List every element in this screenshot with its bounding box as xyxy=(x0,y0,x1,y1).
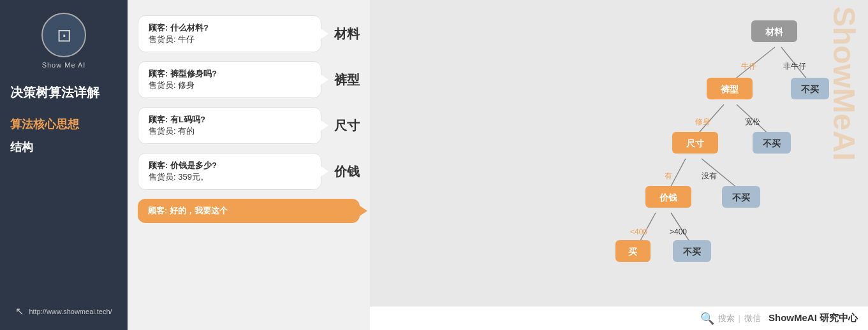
bottom-bar: 🔍 搜索 | 微信 ShowMeAI 研究中心 xyxy=(370,306,868,330)
brand-text: ShowMeAI 研究中心 xyxy=(769,312,858,324)
dialogue-bubble-size: 顾客: 有L码吗?售货员: 有的 xyxy=(138,107,321,144)
tree-svg: 牛仔 非牛仔 修身 宽松 有 没有 <400 >400 材料 裤型 不买 尺寸 … xyxy=(370,0,868,330)
customer-text: 顾客: 裤型修身吗? xyxy=(149,68,311,80)
svg-text:裤型: 裤型 xyxy=(720,84,739,94)
sidebar-section: 结构 xyxy=(10,140,117,155)
seller-text: 售货员: 有的 xyxy=(149,126,311,137)
svg-text:不买: 不买 xyxy=(762,138,781,148)
svg-text:非牛仔: 非牛仔 xyxy=(783,62,806,71)
dialogue-row-pants-type: 顾客: 裤型修身吗?售货员: 修身裤型 xyxy=(138,61,360,98)
logo-circle: ⊡ xyxy=(41,13,86,57)
dialogue-row-size: 顾客: 有L码吗?售货员: 有的尺寸 xyxy=(138,107,360,144)
svg-text:修身: 修身 xyxy=(695,117,710,126)
sidebar-footer: ↖ http://www.showmeai.tech/ xyxy=(15,305,112,317)
seller-text: 售货员: 牛仔 xyxy=(149,34,311,45)
tree-panel: ShowMeAI 牛仔 非牛仔 修身 宽松 有 没有 xyxy=(370,0,868,330)
svg-text:>400: >400 xyxy=(670,227,687,236)
sidebar-subtitle: 算法核心思想 xyxy=(10,117,117,132)
svg-text:不买: 不买 xyxy=(682,247,701,257)
bubble-label-pants-type: 裤型 xyxy=(328,71,360,89)
sidebar: ⊡ Show Me AI 决策树算法详解 算法核心思想 结构 ↖ http://… xyxy=(0,0,128,330)
customer-text: 顾客: 有L码吗? xyxy=(149,114,311,126)
logo-text: Show Me AI xyxy=(42,61,86,69)
dialogue-bubble-material: 顾客: 什么材料?售货员: 牛仔 xyxy=(138,15,321,52)
dialogue-panel: 顾客: 什么材料?售货员: 牛仔材料顾客: 裤型修身吗?售货员: 修身裤型顾客:… xyxy=(128,0,370,330)
dialogue-bubble-decision: 顾客: 好的，我要这个 xyxy=(138,199,360,223)
seller-text: 售货员: 修身 xyxy=(149,80,311,91)
bubble-label-price: 价钱 xyxy=(328,163,360,180)
search-label: 搜索 xyxy=(718,313,735,324)
sidebar-title: 决策树算法详解 xyxy=(10,84,117,101)
wechat-label: 微信 xyxy=(744,313,761,324)
svg-text:没有: 没有 xyxy=(702,171,717,180)
svg-text:不买: 不买 xyxy=(732,192,750,203)
dialogue-row-price: 顾客: 价钱是多少?售货员: 359元。价钱 xyxy=(138,153,360,190)
customer-text: 顾客: 什么材料? xyxy=(149,22,311,34)
dialogue-row-material: 顾客: 什么材料?售货员: 牛仔材料 xyxy=(138,15,360,52)
customer-text: 顾客: 好的，我要这个 xyxy=(148,205,349,217)
svg-text:尺寸: 尺寸 xyxy=(686,138,705,148)
svg-text:宽松: 宽松 xyxy=(745,117,760,126)
svg-text:材料: 材料 xyxy=(765,27,784,37)
svg-text:有: 有 xyxy=(665,171,672,180)
dialogue-bubble-price: 顾客: 价钱是多少?售货员: 359元。 xyxy=(138,153,321,190)
search-circle-icon: 🔍 xyxy=(700,312,714,326)
dialogue-bubble-pants-type: 顾客: 裤型修身吗?售货员: 修身 xyxy=(138,61,321,98)
search-area[interactable]: 🔍 搜索 | 微信 xyxy=(700,312,761,326)
logo-icon: ⊡ xyxy=(57,25,71,46)
svg-text:牛仔: 牛仔 xyxy=(741,62,756,71)
customer-text: 顾客: 价钱是多少? xyxy=(149,160,311,171)
svg-text:不买: 不买 xyxy=(800,84,819,94)
footer-url[interactable]: http://www.showmeai.tech/ xyxy=(29,308,112,315)
svg-text:买: 买 xyxy=(628,247,637,257)
bubble-label-material: 材料 xyxy=(328,25,360,43)
seller-text: 售货员: 359元。 xyxy=(149,171,311,183)
svg-text:价钱: 价钱 xyxy=(659,192,677,203)
bubble-label-size: 尺寸 xyxy=(328,117,360,134)
dialogue-row-decision: 顾客: 好的，我要这个 xyxy=(138,199,360,223)
cursor-icon: ↖ xyxy=(15,305,24,317)
main-content: 顾客: 什么材料?售货员: 牛仔材料顾客: 裤型修身吗?售货员: 修身裤型顾客:… xyxy=(128,0,868,330)
svg-text:<400: <400 xyxy=(630,227,647,236)
